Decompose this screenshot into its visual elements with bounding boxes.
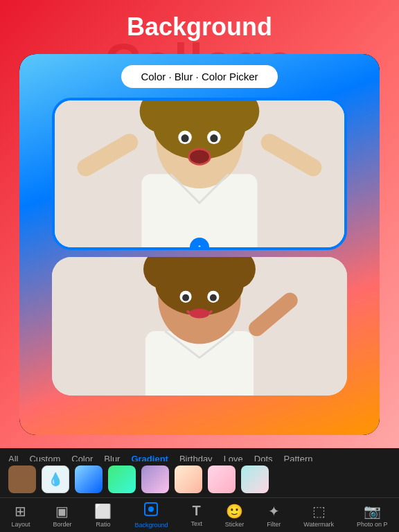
toolbar-label-ratio: Ratio: [96, 521, 110, 528]
swatch-water[interactable]: 💧: [42, 466, 69, 493]
svg-point-29: [148, 506, 154, 512]
text-icon: T: [193, 503, 201, 519]
svg-point-25: [210, 294, 217, 301]
svg-point-24: [182, 294, 189, 301]
toolbar-item-ratio[interactable]: ⬜ Ratio: [90, 500, 116, 531]
toolbar-item-filter[interactable]: ✦ Filter: [263, 500, 285, 531]
toolbar-label-text: Text: [190, 520, 202, 527]
toolbar-item-photo[interactable]: 📷 Photo on P: [353, 500, 392, 531]
filter-icon: ✦: [268, 503, 280, 520]
svg-point-9: [181, 134, 189, 142]
photo-top-image: [55, 98, 344, 250]
swatch-blue-gradient[interactable]: [75, 466, 103, 493]
photo-bottom-image: [52, 257, 347, 396]
toolbar-label-border: Border: [53, 521, 71, 528]
photo-icon: 📷: [364, 503, 381, 520]
toolbar-label-sticker: Sticker: [225, 521, 245, 528]
swatch-teal-gradient[interactable]: [108, 466, 136, 493]
ratio-icon: ⬜: [94, 503, 112, 520]
swatch-pink2[interactable]: [208, 466, 236, 493]
toolbar-label-photo: Photo on P: [357, 521, 388, 528]
toolbar-label-background: Background: [134, 522, 168, 529]
toolbar-item-watermark[interactable]: ⬚ Watermark: [299, 500, 338, 531]
toolbar-label-watermark: Watermark: [303, 521, 334, 528]
toolbar-item-background[interactable]: Background: [130, 499, 172, 531]
layout-icon: ⊞: [15, 503, 26, 520]
toolbar-label-layout: Layout: [11, 521, 30, 528]
swatch-indigo-gradient[interactable]: [141, 466, 169, 493]
toolbar-pill[interactable]: Color · Blur · Color Picker: [121, 65, 277, 88]
canvas-inner: Color · Blur · Color Picker: [19, 54, 380, 435]
swatch-brown[interactable]: [8, 466, 36, 493]
photo-frame-top[interactable]: ↕: [52, 98, 347, 250]
toolbar-label-filter: Filter: [267, 521, 281, 528]
swatch-green-gradient[interactable]: [241, 466, 269, 493]
border-icon: ▣: [55, 503, 69, 520]
toolbar-item-text[interactable]: T Text: [186, 500, 206, 530]
background-icon: [143, 502, 159, 520]
svg-point-10: [210, 134, 218, 142]
toolbar-item-sticker[interactable]: 🙂 Sticker: [221, 500, 249, 531]
page-title: Background: [0, 12, 399, 42]
svg-point-26: [190, 308, 209, 318]
sticker-icon: 🙂: [226, 503, 243, 520]
svg-point-12: [190, 150, 209, 163]
swatch-pink-light[interactable]: [175, 466, 202, 493]
toolbar-item-border[interactable]: ▣ Border: [48, 500, 76, 531]
watermark-icon: ⬚: [312, 503, 326, 520]
bottom-toolbar: ⊞ Layout ▣ Border ⬜ Ratio Background T T…: [0, 497, 399, 532]
swatch-bar: 💧: [0, 461, 399, 497]
main-canvas: Color · Blur · Color Picker: [19, 54, 380, 435]
photo-frame-bottom[interactable]: [52, 257, 347, 396]
toolbar-item-layout[interactable]: ⊞ Layout: [7, 500, 34, 531]
